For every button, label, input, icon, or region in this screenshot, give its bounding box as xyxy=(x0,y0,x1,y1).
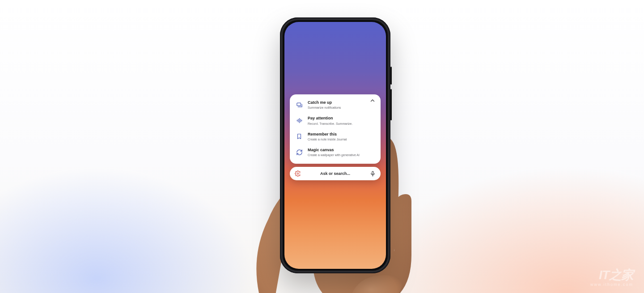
gear-icon xyxy=(295,170,301,177)
suggestion-pay-attention[interactable]: Pay attention Record. Transcribe. Summar… xyxy=(290,113,381,128)
suggestion-subtitle: Record. Transcribe. Summarize. xyxy=(308,122,374,126)
assistant-search-bar[interactable]: Ask or search... xyxy=(290,167,381,180)
watermark-logo: IT之家 xyxy=(590,269,633,281)
voice-input-button[interactable] xyxy=(369,170,376,177)
collapse-button[interactable] xyxy=(369,97,376,104)
suggestion-text: Remember this Create a note inside Journ… xyxy=(308,132,374,141)
suggestion-remember-this[interactable]: Remember this Create a note inside Journ… xyxy=(290,129,381,144)
svg-point-6 xyxy=(297,173,299,174)
suggestion-subtitle: Create a wallpaper with generative AI xyxy=(308,153,374,157)
settings-button[interactable] xyxy=(294,170,301,177)
audio-wave-icon xyxy=(295,116,303,124)
svg-rect-0 xyxy=(297,103,301,106)
suggestion-title: Pay attention xyxy=(308,116,374,121)
suggestion-subtitle: Summarize notifications xyxy=(308,106,374,110)
svg-rect-7 xyxy=(372,171,373,174)
sparkle-refresh-icon xyxy=(295,148,303,156)
chevron-up-icon xyxy=(370,98,375,103)
watermark-url: www.ithome.com xyxy=(590,282,633,287)
suggestion-magic-canvas[interactable]: Magic canvas Create a wallpaper with gen… xyxy=(290,144,381,160)
suggestion-text: Pay attention Record. Transcribe. Summar… xyxy=(308,116,374,125)
watermark: IT之家 www.ithome.com xyxy=(590,269,633,287)
phone-screen: Catch me up Summarize notifications Pay … xyxy=(284,22,386,269)
suggestion-title: Catch me up xyxy=(308,100,374,105)
suggestion-catch-me-up[interactable]: Catch me up Summarize notifications xyxy=(290,97,381,113)
suggestion-text: Magic canvas Create a wallpaper with gen… xyxy=(308,148,374,157)
suggestion-text: Catch me up Summarize notifications xyxy=(308,100,374,110)
bookmark-icon xyxy=(295,132,303,140)
suggestion-subtitle: Create a note inside Journal xyxy=(308,137,374,141)
suggestion-title: Remember this xyxy=(308,132,374,137)
suggestion-title: Magic canvas xyxy=(308,148,374,153)
phone-device-frame: Catch me up Summarize notifications Pay … xyxy=(280,17,390,273)
notifications-summary-icon xyxy=(295,101,303,109)
microphone-icon xyxy=(370,171,376,177)
assistant-suggestions-card: Catch me up Summarize notifications Pay … xyxy=(290,94,381,164)
search-placeholder[interactable]: Ask or search... xyxy=(305,171,365,176)
